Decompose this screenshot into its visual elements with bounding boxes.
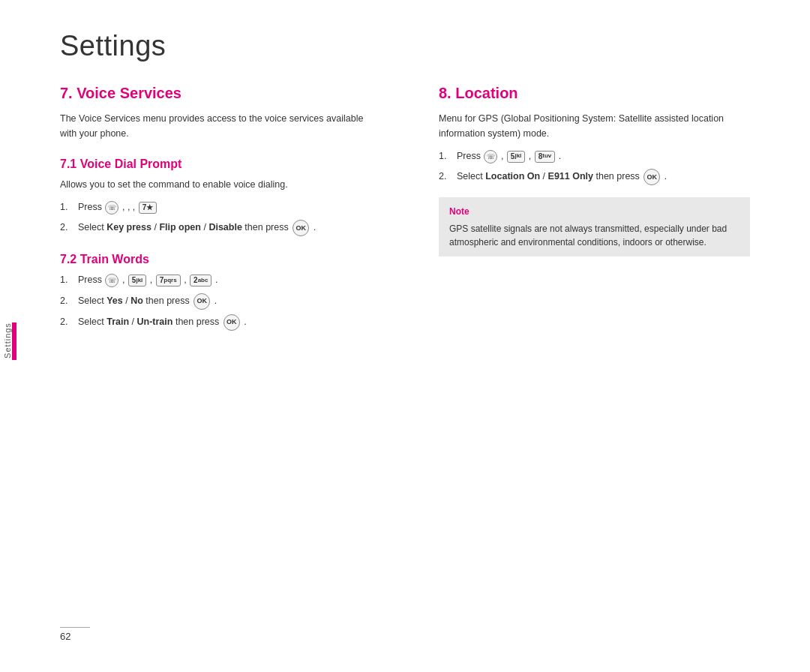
list-item: 2. Select Location On / E911 Only then p…: [439, 169, 750, 185]
ok-key: OK: [292, 220, 309, 236]
two-column-layout: 7. Voice Services The Voice Services men…: [60, 85, 750, 620]
list-item: 1. Press ☏ , , , 7★: [60, 200, 371, 215]
sub-heading-voice-dial: 7.1 Voice Dial Prompt: [60, 158, 371, 171]
list-item: 1. Press ☏ , 5jkl , 7pqrs , 2abc .: [60, 272, 371, 288]
section-heading-location: 8. Location: [439, 85, 750, 102]
list-item: 2. Select Yes / No then press OK .: [60, 293, 371, 310]
key-2abc: 2abc: [190, 274, 212, 286]
key-8tuv: 8tuv: [535, 151, 556, 163]
note-label: Note: [449, 205, 740, 218]
sub-heading-train-words: 7.2 Train Words: [60, 253, 371, 266]
list-item: 2. Select Key press / Flip open / Disabl…: [60, 220, 371, 236]
section-heading-voice-services: 7. Voice Services: [60, 85, 371, 102]
mic-key-icon: ☏: [484, 150, 497, 164]
location-steps: 1. Press ☏ , 5jkl , 8tuv . 2. Select Loc…: [439, 148, 750, 185]
key-5jkl: 5jkl: [128, 274, 146, 286]
page-container: Settings Settings 7. Voice Services The …: [0, 0, 810, 672]
ok-key: OK: [224, 314, 240, 331]
note-text: GPS satellite signals are not always tra…: [449, 224, 727, 248]
left-column: 7. Voice Services The Voice Services men…: [60, 85, 386, 620]
voice-services-body: The Voice Services menu provides access …: [60, 111, 371, 141]
ok-key: OK: [194, 293, 210, 310]
key-7star: 7★: [139, 202, 158, 214]
list-item: 2. Select Train / Un-train then press OK…: [60, 314, 371, 331]
mic-key-icon: ☏: [105, 274, 118, 287]
page-number: 62: [60, 631, 70, 642]
key-5jkl: 5jkl: [507, 151, 525, 163]
page-number-area: 62: [60, 620, 750, 642]
note-box: Note GPS satellite signals are not alway…: [439, 197, 750, 256]
right-column: 8. Location Menu for GPS (Global Positio…: [431, 85, 750, 620]
key-7pqrs: 7pqrs: [156, 274, 181, 286]
train-words-steps: 1. Press ☏ , 5jkl , 7pqrs , 2abc . 2.: [60, 272, 371, 330]
voice-dial-steps: 1. Press ☏ , , , 7★ 2. Select Key pres: [60, 200, 371, 236]
list-item: 1. Press ☏ , 5jkl , 8tuv .: [439, 148, 750, 164]
page-title: Settings: [60, 30, 750, 62]
sidebar-bar: [12, 322, 16, 360]
location-body: Menu for GPS (Global Positioning System:…: [439, 111, 750, 141]
mic-key-icon: ☏: [105, 201, 118, 214]
page-divider: [60, 627, 90, 628]
ok-key: OK: [644, 169, 660, 185]
voice-dial-body: Allows you to set the command to enable …: [60, 177, 371, 192]
sidebar-label: Settings: [3, 322, 12, 358]
